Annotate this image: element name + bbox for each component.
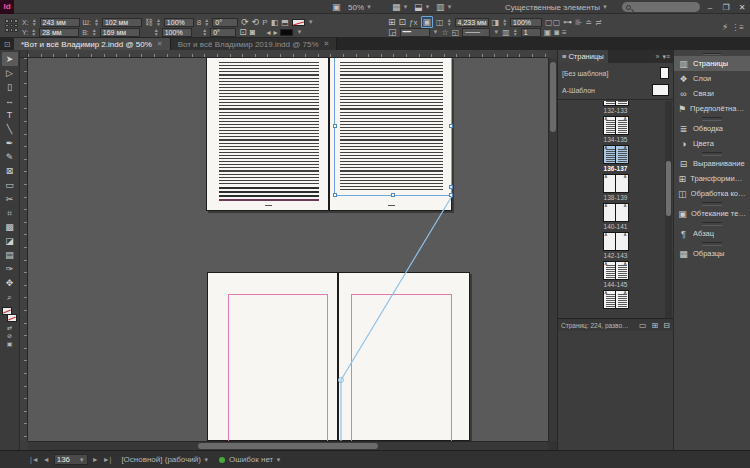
dock-item-links[interactable]: ∞ Связи	[674, 86, 750, 101]
spread-item[interactable]: 144-145	[558, 259, 673, 288]
vertical-scrollbar-thumb[interactable]	[550, 62, 556, 132]
fit-content-icon[interactable]: ⊶	[563, 17, 572, 27]
tool-direct-selection[interactable]: ▷	[2, 66, 18, 80]
y-field[interactable]: 28 мм	[39, 28, 79, 37]
select-content-icon[interactable]: ◙	[250, 27, 255, 37]
tool-rectangle[interactable]: ▭	[2, 178, 18, 192]
stepper-icon[interactable]: ▲▼	[204, 18, 209, 26]
selected-text-frame[interactable]	[334, 58, 452, 196]
last-page-button[interactable]: ►|	[103, 456, 112, 463]
drop-shadow-icon[interactable]: ◱	[452, 28, 460, 37]
distribute-icon[interactable]: ≡	[562, 28, 567, 37]
page-136-text[interactable]	[219, 62, 319, 184]
document-tab-doc1[interactable]: *Вот и всё Владимир 2.indd @ 50% ✕	[14, 38, 171, 50]
close-button[interactable]: ✕	[734, 0, 750, 14]
out-port[interactable]	[449, 185, 453, 189]
tool-eyedropper[interactable]: ✑	[2, 262, 18, 276]
frame-handle[interactable]	[449, 193, 453, 197]
dock-item-layers[interactable]: ❖ Слои	[674, 71, 750, 86]
spread-item[interactable]: 140-141	[558, 201, 673, 230]
frame-handle[interactable]	[333, 193, 337, 197]
x-field[interactable]: 243 мм	[40, 18, 80, 27]
stepper-icon[interactable]: ▲▼	[92, 28, 97, 36]
document-canvas[interactable]	[28, 58, 548, 441]
master-a[interactable]: А-Шаблон	[562, 82, 669, 98]
spread-thumbnail[interactable]	[603, 232, 629, 251]
stepper-icon[interactable]: ▲▼	[156, 18, 161, 26]
spread-thumbnail[interactable]	[603, 203, 629, 222]
tool-pencil[interactable]: ✎	[2, 150, 18, 164]
scale-y-field[interactable]: 100%	[162, 28, 192, 37]
tool-hand[interactable]: ✥	[2, 276, 18, 290]
corner-options-icon[interactable]: ⊡	[399, 17, 407, 27]
fx-icon[interactable]: ƒx	[409, 18, 417, 27]
dock-item-pathfinder[interactable]: ◫ Обработка контуров	[674, 186, 750, 201]
close-icon[interactable]: ✕	[324, 40, 330, 48]
fill-none-swatch[interactable]	[2, 307, 12, 315]
tool-scissors[interactable]: ✂	[2, 192, 18, 206]
select-next-icon[interactable]: ▸	[273, 28, 277, 37]
align-left-icon[interactable]: ⊪	[575, 18, 582, 27]
tool-line[interactable]: ╲	[2, 122, 18, 136]
vertical-ruler[interactable]	[20, 58, 28, 441]
spreads-list[interactable]: 132-133 134-135 136-137 138-139	[558, 101, 673, 318]
page-number-dropdown[interactable]: 136 ▼	[54, 454, 88, 465]
rotate-ccw-icon[interactable]: ⟲	[252, 17, 260, 27]
frame-handle[interactable]	[449, 124, 453, 128]
delete-page-button[interactable]: ⊟	[663, 321, 670, 330]
tool-type[interactable]: T	[2, 108, 18, 122]
tool-free-transform[interactable]: ⌗	[2, 206, 18, 220]
dock-item-preflight[interactable]: ⚑ Предполётная провер...	[674, 101, 750, 116]
preflight-status-dropdown[interactable]: Ошибок нет ▼	[229, 455, 281, 464]
pages-scrollbar-thumb[interactable]	[666, 161, 671, 216]
dock-item-paragraph[interactable]: ¶ Абзац	[674, 226, 750, 241]
flip-vertical-icon[interactable]: ⬒	[281, 18, 289, 27]
spread-thumbnail[interactable]	[603, 261, 629, 280]
restore-button[interactable]: ❐	[718, 0, 734, 14]
close-icon[interactable]: ✕	[157, 40, 163, 48]
wrap-bounding-icon[interactable]: ▣	[544, 28, 552, 37]
page-139[interactable]	[338, 272, 470, 441]
dock-item-text-wrap[interactable]: ▣ Обтекание текстом	[674, 206, 750, 221]
dock-item-swatches[interactable]: ▦ Образцы	[674, 246, 750, 261]
dock-item-transform[interactable]: ⊞ Трансформирование	[674, 171, 750, 186]
stepper-icon[interactable]: ▲▼	[447, 18, 452, 26]
rotate-cw-icon[interactable]: ⟳	[241, 17, 249, 27]
dock-item-pages[interactable]: ▥ Страницы	[674, 56, 750, 71]
stepper-icon[interactable]: ▲▼	[502, 18, 507, 26]
tool-note[interactable]: ▤	[2, 248, 18, 262]
constrain-proportions-icon[interactable]: ⛓	[145, 18, 153, 27]
select-previous-icon[interactable]: ◂	[266, 28, 270, 37]
frame-handle[interactable]	[391, 193, 395, 197]
stepper-icon[interactable]: ▲▼	[94, 18, 99, 26]
preflight-profile-dropdown[interactable]: [Основной] (рабочий) ▼	[121, 455, 209, 464]
rotation-field[interactable]: 0°	[212, 18, 238, 27]
panel-tab[interactable]	[620, 50, 626, 63]
spread-thumbnail[interactable]	[603, 116, 629, 135]
link-scale-icon[interactable]: 8	[197, 18, 201, 27]
new-page-button[interactable]: ⊞	[652, 321, 659, 330]
tool-gradient[interactable]: ▩	[2, 220, 18, 234]
spread-thumbnail[interactable]	[603, 101, 629, 106]
first-page-button[interactable]: |◄	[30, 456, 39, 463]
height-field[interactable]: 169 мм	[100, 28, 140, 37]
frame-handle[interactable]	[333, 124, 337, 128]
screen-mode-dropdown[interactable]: ⬓▼	[414, 0, 430, 14]
tool-page[interactable]: ▯	[2, 80, 18, 94]
tool-zoom[interactable]: ⌕	[2, 290, 18, 304]
scale-x-field[interactable]: 100%	[164, 18, 194, 27]
spread-item[interactable]: 134-135	[558, 114, 673, 143]
page-138[interactable]	[207, 272, 338, 441]
stroke-swatch[interactable]	[280, 29, 293, 36]
search-input[interactable]	[622, 2, 700, 12]
screen-mode-button[interactable]: ▣	[2, 339, 18, 347]
quick-apply-icon[interactable]: ⚡	[722, 22, 728, 32]
master-none[interactable]: [Без шаблона]	[562, 65, 669, 81]
effects-icon[interactable]: ⊞	[388, 17, 396, 27]
gutter-field[interactable]: 4,233 мм	[455, 18, 489, 27]
spread-item[interactable]: 132-133	[558, 101, 673, 114]
stepper-icon[interactable]: ▲▼	[202, 28, 207, 36]
wrap-shape-icon[interactable]: ◙	[554, 28, 559, 37]
arrange-documents-dropdown[interactable]: ▥▼	[436, 0, 452, 14]
align-right-icon[interactable]: ≓	[595, 18, 602, 27]
